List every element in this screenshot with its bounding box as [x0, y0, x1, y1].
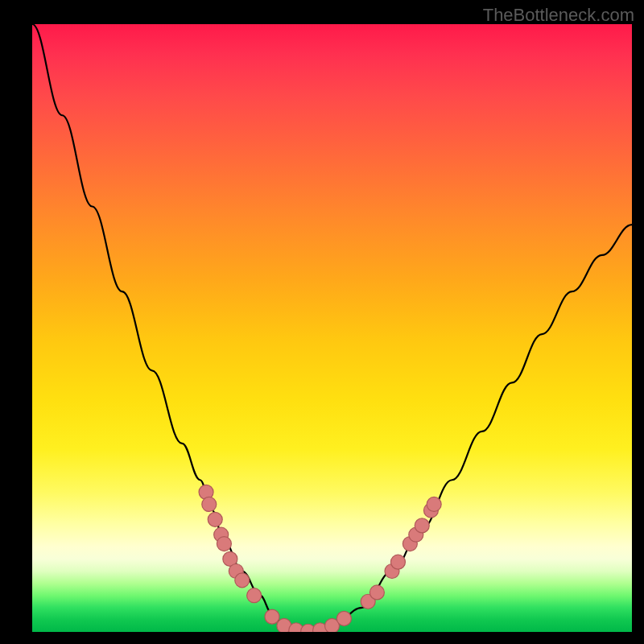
curve-marker: [265, 609, 279, 624]
curve-marker: [235, 573, 250, 588]
curve-marker: [390, 555, 405, 569]
watermark-text: TheBottleneck.com: [483, 5, 634, 26]
curve-marker: [427, 497, 441, 511]
curve-marker: [415, 518, 429, 533]
plot-area: [32, 24, 632, 632]
curve-marker: [336, 611, 351, 625]
curve-marker: [208, 512, 222, 526]
curve-marker: [202, 497, 217, 511]
curve-markers: [199, 485, 441, 632]
curve-marker: [369, 585, 384, 600]
bottleneck-curve: [32, 24, 632, 632]
curve-marker: [247, 588, 262, 603]
curve-svg: [32, 24, 632, 632]
curve-marker: [217, 537, 231, 551]
